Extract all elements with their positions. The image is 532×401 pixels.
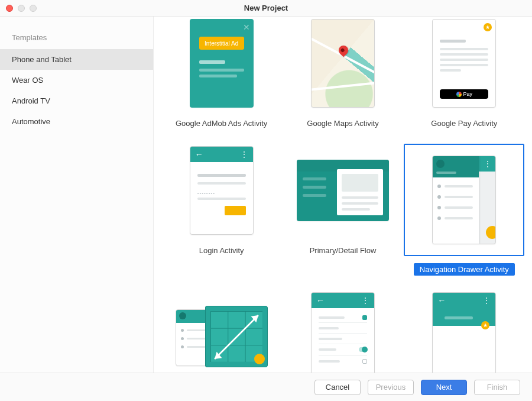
template-thumbnail: [293, 17, 392, 110]
star-badge-icon: ★: [484, 23, 492, 31]
cancel-button[interactable]: Cancel: [314, 380, 361, 395]
template-thumbnail: ★ Pay: [414, 17, 514, 110]
template-label: Google Maps Activity: [301, 117, 384, 130]
template-thumbnail: ★: [414, 290, 514, 373]
template-card-admob[interactable]: ✕ Interstitial Ad Google AdMob Ads Activ…: [161, 17, 282, 130]
star-badge-icon: ★: [481, 321, 489, 329]
sidebar-item-automotive[interactable]: Automotive: [0, 111, 153, 132]
template-thumbnail: [404, 144, 524, 256]
sidebar-item-phone-tablet[interactable]: Phone and Tablet: [0, 49, 153, 70]
sidebar-item-label: Wear OS: [12, 76, 43, 85]
previous-button[interactable]: Previous: [368, 380, 414, 395]
template-label: Google AdMob Ads Activity: [170, 117, 273, 130]
template-label: Navigation Drawer Activity: [414, 263, 515, 276]
overflow-menu-icon: [482, 296, 491, 305]
wizard-footer: Cancel Previous Next Finish: [0, 373, 532, 401]
sidebar-item-wear-os[interactable]: Wear OS: [0, 70, 153, 90]
template-thumbnail: [293, 290, 392, 373]
titlebar: New Project: [0, 0, 532, 17]
svg-line-0: [215, 315, 258, 359]
overflow-menu-icon: [484, 159, 492, 169]
template-thumbnail: ✕ Interstitial Ad: [172, 17, 271, 110]
template-card-maps[interactable]: Google Maps Activity: [282, 17, 403, 130]
google-logo-icon: [456, 92, 462, 97]
sidebar-item-label: Phone and Tablet: [12, 55, 72, 64]
finish-button[interactable]: Finish: [474, 380, 520, 395]
template-card-scrolling[interactable]: ★ Scrolling Activity: [404, 290, 525, 373]
map-pin-icon: [337, 44, 351, 57]
back-arrow-icon: [316, 296, 325, 305]
next-button[interactable]: Next: [421, 380, 467, 395]
back-arrow-icon: [437, 296, 446, 305]
template-card-gpay[interactable]: ★ Pay Google Pay Activity: [404, 17, 525, 130]
template-card-settings[interactable]: Settings Activity: [282, 290, 403, 373]
sidebar-item-label: Automotive: [12, 117, 50, 126]
sidebar-item-label: Android TV: [12, 96, 50, 105]
template-thumbnail: [172, 290, 271, 373]
overflow-menu-icon: [361, 296, 369, 305]
template-label: Google Pay Activity: [425, 117, 503, 130]
google-pay-button-mock: Pay: [440, 89, 488, 99]
template-card-nav-drawer[interactable]: Navigation Drawer Activity: [404, 144, 525, 276]
window-title: New Project: [0, 4, 532, 12]
template-thumbnail: ••••••••: [172, 144, 271, 237]
template-card-login[interactable]: •••••••• Login Activity: [161, 144, 282, 276]
templates-sidebar: Templates Phone and Tablet Wear OS Andro…: [0, 17, 154, 373]
checkbox-icon: [362, 315, 367, 320]
overflow-menu-icon: [240, 150, 248, 159]
template-label: Primary/Detail Flow: [304, 244, 382, 257]
template-label: Login Activity: [193, 244, 250, 257]
template-card-responsive[interactable]: Responsive Activity: [161, 290, 282, 373]
template-card-primary-detail[interactable]: Primary/Detail Flow: [282, 144, 403, 276]
back-arrow-icon: [195, 150, 203, 159]
template-gallery[interactable]: ✕ Interstitial Ad Google AdMob Ads Activ…: [154, 17, 532, 373]
sidebar-item-android-tv[interactable]: Android TV: [0, 90, 153, 111]
interstitial-ad-chip: Interstitial Ad: [199, 37, 244, 50]
sidebar-header: Templates: [0, 31, 153, 49]
template-thumbnail: [293, 144, 392, 237]
